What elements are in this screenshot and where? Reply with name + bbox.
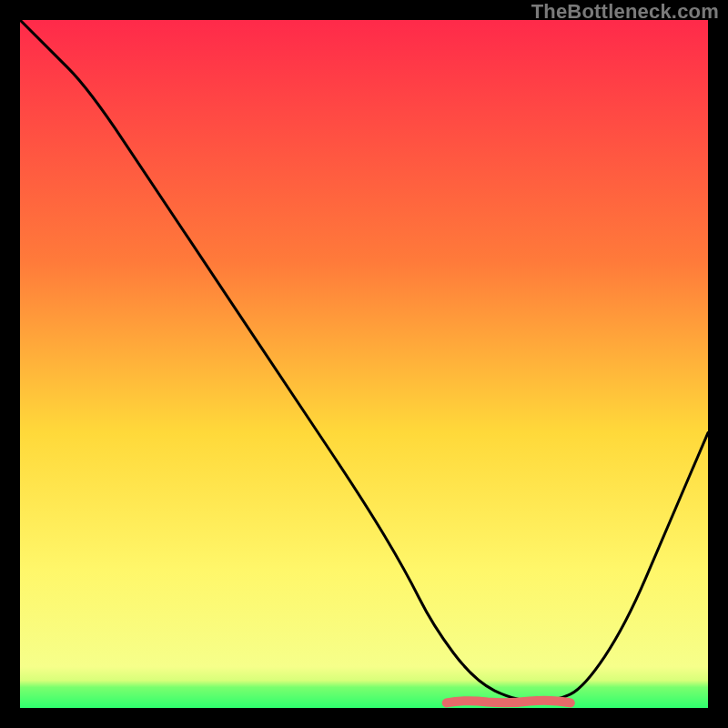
gradient-background [20, 20, 708, 708]
plot-svg [20, 20, 708, 708]
plot-area [20, 20, 708, 708]
optimal-range-highlight [447, 701, 571, 703]
watermark-text: TheBottleneck.com [531, 0, 719, 24]
chart-frame: TheBottleneck.com [0, 0, 728, 728]
